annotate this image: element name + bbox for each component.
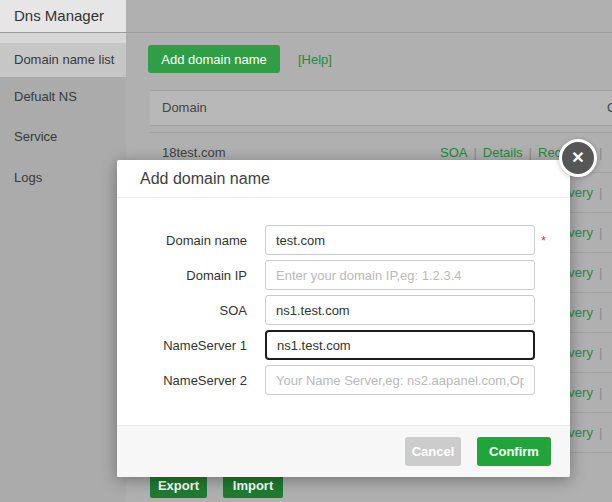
- sidebar-item-logs[interactable]: Logs: [0, 158, 126, 198]
- nameserver2-input[interactable]: [265, 365, 535, 395]
- form-row: Domain IP: [117, 260, 570, 290]
- soa-input[interactable]: [265, 295, 535, 325]
- table-header: Domain Operation: [150, 90, 612, 126]
- domain-ip-label: Domain IP: [117, 268, 247, 283]
- column-header-operation: Operation: [607, 91, 612, 125]
- nameserver1-label: NameServer 1: [117, 338, 247, 353]
- action-separator: |: [529, 145, 532, 160]
- add-domain-name-button[interactable]: Add domain name: [148, 45, 280, 73]
- domain-name-label: Domain name: [117, 233, 247, 248]
- domain-name-input[interactable]: [265, 225, 535, 255]
- soa-link[interactable]: SOA: [440, 145, 467, 160]
- action-separator: |: [599, 145, 602, 160]
- table-header-spacer: [150, 126, 612, 133]
- domain-ip-input[interactable]: [265, 260, 535, 290]
- action-separator: |: [599, 225, 602, 240]
- form-row: SOA: [117, 295, 570, 325]
- action-separator: |: [473, 145, 476, 160]
- action-separator: |: [599, 425, 602, 440]
- sidebar-item-service[interactable]: Service: [0, 117, 126, 157]
- required-asterisk: *: [541, 233, 549, 248]
- modal-footer: Cancel Confirm: [117, 425, 570, 477]
- column-header-domain: Domain: [150, 100, 207, 115]
- action-separator: |: [599, 305, 602, 320]
- nameserver2-label: NameServer 2: [117, 373, 247, 388]
- confirm-button[interactable]: Confirm: [477, 437, 551, 466]
- soa-label: SOA: [117, 303, 247, 318]
- action-separator: |: [599, 345, 602, 360]
- sidebar-item-domain-name-list[interactable]: Domain name list: [0, 43, 126, 77]
- add-domain-modal: Add domain name Domain name * Domain IP …: [117, 160, 570, 477]
- form-row: NameServer 1: [117, 330, 570, 360]
- action-separator: |: [599, 185, 602, 200]
- form-row: NameServer 2: [117, 365, 570, 395]
- nameserver1-input[interactable]: [265, 330, 535, 360]
- sidebar-item-default-ns[interactable]: Defualt NS: [0, 77, 126, 117]
- details-link[interactable]: Details: [483, 145, 523, 160]
- page-title: Dns Manager: [14, 7, 104, 24]
- modal-title: Add domain name: [117, 160, 570, 198]
- help-link[interactable]: [Help]: [298, 52, 332, 67]
- cancel-button[interactable]: Cancel: [405, 437, 461, 466]
- form-row: Domain name *: [117, 225, 570, 255]
- modal-form: Domain name * Domain IP SOA NameServer 1…: [117, 198, 570, 395]
- sidebar-top-strip: [0, 33, 126, 43]
- close-icon[interactable]: ✕: [559, 139, 597, 177]
- action-separator: |: [599, 265, 602, 280]
- action-separator: |: [599, 385, 602, 400]
